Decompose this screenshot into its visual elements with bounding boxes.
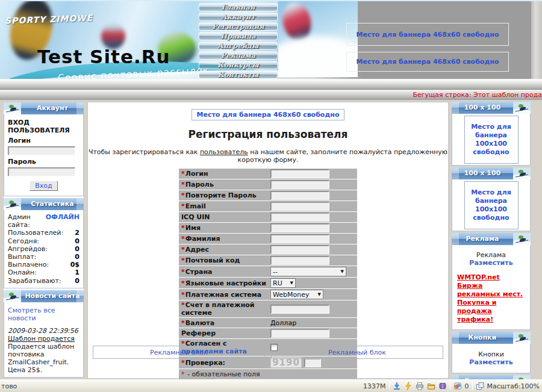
registration-form: *Логин*Пароль*Повторите Пароль*EmailICQ … <box>179 169 357 369</box>
news-header: Новости сайта <box>4 290 84 302</box>
password-input[interactable] <box>8 167 75 176</box>
download-icon[interactable] <box>393 382 401 390</box>
form-field: --▼ <box>269 266 357 277</box>
select-dropdown[interactable]: --▼ <box>270 267 346 276</box>
buttons-title: Кнопки <box>452 332 513 344</box>
form-row: *Логин <box>179 169 357 179</box>
status-text: тово <box>0 382 17 390</box>
captcha-input[interactable] <box>304 358 321 367</box>
login-button[interactable]: Вход <box>30 181 57 191</box>
stat-row: Сегодня:0 <box>8 237 79 245</box>
main-banner-link[interactable]: Место для баннера 468x60 свободно <box>192 109 345 120</box>
banner-100-link[interactable]: Место для баннера 100x100 свободно <box>464 116 519 164</box>
text-input[interactable] <box>270 180 329 189</box>
text-input[interactable] <box>270 329 329 338</box>
ad-block[interactable]: Рекламный блок <box>93 346 265 359</box>
stat-label: Пользователей: <box>8 229 63 237</box>
stat-label: Зарабатывают: <box>8 277 61 285</box>
menu-item[interactable]: Конкурсы <box>199 61 278 69</box>
buttons-block: Кнопки Кнопки Разместить <box>452 332 531 373</box>
account-title: Аккаунт <box>21 102 84 114</box>
text-input[interactable] <box>270 202 329 211</box>
form-row: *Повторите Пароль <box>179 190 357 201</box>
text-input[interactable] <box>270 191 329 200</box>
ad-blocks-row: Рекламный блокРекламный блок <box>93 346 443 359</box>
banner-100-header: 100 x 100 <box>452 167 531 179</box>
browser-tab-icon[interactable] <box>453 382 462 390</box>
menu-item[interactable]: Регистрация <box>199 22 278 31</box>
text-input[interactable] <box>270 256 329 265</box>
news-item-link[interactable]: Шаблон продается <box>8 335 75 343</box>
menu-item[interactable]: Главная <box>199 3 278 11</box>
login-input[interactable] <box>8 146 75 155</box>
menu-item[interactable]: Аккаунт <box>199 13 278 21</box>
wmtop-promo-link[interactable]: WMTOP.net Биржа рекламных мест. Покупка … <box>457 273 525 324</box>
skier-icon <box>513 102 531 114</box>
ads-body: Реклама Разместить WMTOP.net Биржа рекла… <box>452 245 531 330</box>
form-row: *Email <box>179 201 357 211</box>
menu-item[interactable]: Апгрейды <box>199 42 278 50</box>
header-right-edge <box>531 1 542 89</box>
select-dropdown[interactable]: RU▼ <box>270 278 296 288</box>
main-column: Место для баннера 468x60 свободно Регист… <box>87 102 449 379</box>
form-row: *Пароль <box>179 179 357 190</box>
required-star: * <box>181 301 185 309</box>
right-sidebar: 100 x 100Место для баннера 100x100 свобо… <box>452 102 531 392</box>
menu-item[interactable]: Контакты <box>199 70 278 79</box>
header-banner-bottom[interactable]: Место для баннера 468x60 свободно <box>346 52 509 72</box>
required-note-text: - обязательные поля <box>185 370 260 378</box>
stat-row: Выплачено:0$ <box>8 261 79 269</box>
menu-item[interactable]: Правила <box>199 32 278 40</box>
text-input[interactable] <box>270 245 329 254</box>
required-note: * - обязательные поля <box>179 369 357 379</box>
form-row: *Страна--▼ <box>179 266 357 277</box>
select-dropdown[interactable]: WebMoney▼ <box>270 290 323 299</box>
form-field <box>269 179 357 190</box>
required-star: * <box>181 319 185 327</box>
printer-icon[interactable] <box>416 382 424 390</box>
lightning-icon[interactable] <box>404 382 413 390</box>
stats-body: Админ сайта:ОФЛАЙНПользователей:2Сегодня… <box>4 210 84 288</box>
user-link[interactable]: пользователь <box>200 148 248 156</box>
form-field <box>269 255 357 266</box>
separator <box>472 382 473 390</box>
stats-header: Статистика <box>4 198 84 210</box>
form-field <box>269 169 357 179</box>
text-input[interactable] <box>270 305 329 314</box>
required-star: * <box>181 291 185 299</box>
folder-icon[interactable] <box>427 382 435 390</box>
banner-100-link[interactable]: Место для баннера 100x100 свободно <box>464 181 519 229</box>
stats-block: Статистика Админ сайта:ОФЛАЙНПользовател… <box>4 198 84 288</box>
buttons-body: Кнопки Разместить <box>452 344 531 373</box>
banner-100-title: 100 x 100 <box>452 102 513 114</box>
site-title: Test Site.Ru <box>37 46 170 67</box>
text-input[interactable] <box>270 234 329 243</box>
book-icon[interactable] <box>438 382 447 390</box>
form-row: *Имя <box>179 223 357 233</box>
ads-place-link[interactable]: Разместить <box>469 259 512 267</box>
text-input[interactable] <box>270 223 329 232</box>
banner-100-header: 100 x 100 <box>452 102 531 114</box>
form-label: *Фамилия <box>179 234 269 243</box>
form-row: *Счет в платежной системе <box>179 300 357 317</box>
stat-value: 0 <box>75 237 79 245</box>
form-label: *Страна <box>179 267 269 276</box>
ads-header: Реклама <box>452 233 531 245</box>
form-label: *Языковые настройки <box>179 279 269 288</box>
required-star: * <box>181 181 185 188</box>
content-area: Аккаунт ВХОД ПОЛЬЗОВАТЕЛЯ Логин Пароль В… <box>0 100 542 379</box>
ad-block[interactable]: Рекламный блок <box>271 346 443 359</box>
menu-item[interactable]: Реклама <box>199 51 278 60</box>
header-banner-top[interactable]: Место для баннера 468x60 свободно <box>346 23 509 46</box>
news-title: Новости сайта <box>21 290 84 302</box>
all-news-link[interactable]: Смотреть все новости <box>8 306 79 322</box>
zoom-level[interactable]: Масштаб:100% <box>487 382 540 390</box>
zoom-windows-icon[interactable] <box>476 382 484 390</box>
text-input[interactable] <box>270 213 329 222</box>
buttons-header: Кнопки <box>452 332 531 344</box>
text-input[interactable] <box>270 169 329 178</box>
buttons-place-link[interactable]: Разместить <box>469 358 512 366</box>
login-label: Логин <box>8 137 79 145</box>
banner-100-title: 100 x 100 <box>452 167 513 179</box>
header-right-panel: Место для баннера 468x60 свободно Место … <box>278 1 531 80</box>
